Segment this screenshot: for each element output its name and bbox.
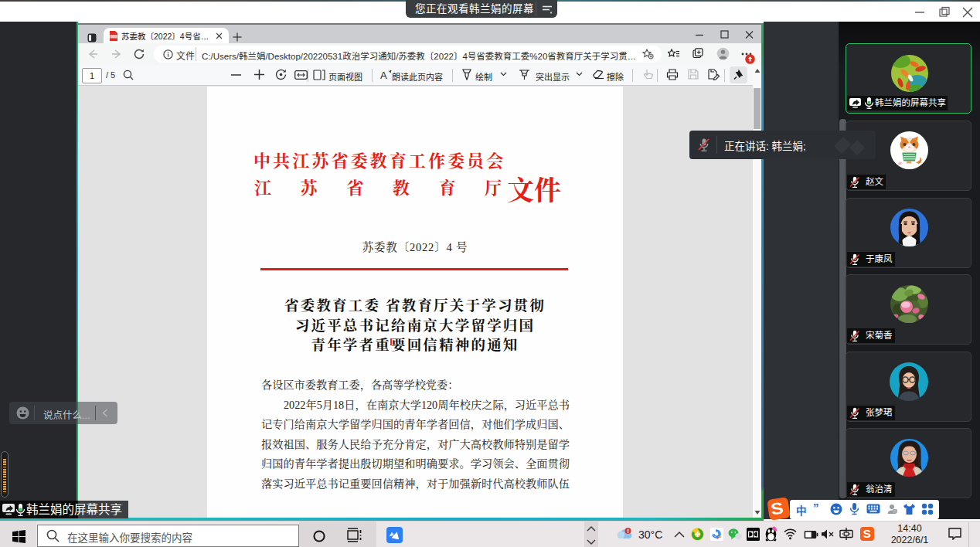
svg-text:A: A: [380, 70, 387, 81]
